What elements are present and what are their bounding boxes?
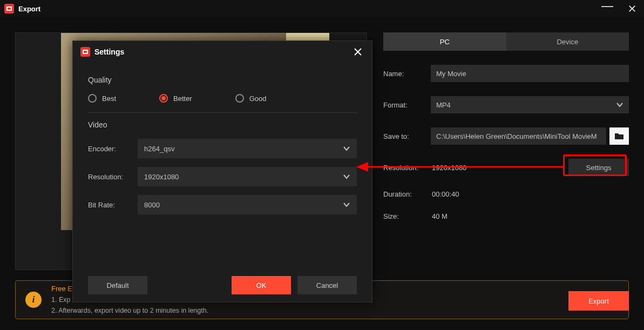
encoder-row: Encoder: h264_qsv	[88, 139, 357, 158]
radio-label: Better	[173, 95, 192, 103]
settings-dialog: Settings Quality Best Better Good Video …	[72, 41, 372, 302]
tab-pc[interactable]: PC	[383, 32, 506, 51]
resolution-value: 1920x1080	[431, 164, 565, 172]
dlg-resolution-row: Resolution: 1920x1080	[88, 167, 357, 186]
size-label: Size:	[383, 212, 431, 220]
format-row: Format: MP4	[383, 96, 629, 113]
quality-radio-better[interactable]: Better	[159, 94, 192, 103]
tab-device[interactable]: Device	[506, 32, 629, 51]
quality-radio-best[interactable]: Best	[88, 94, 116, 103]
svg-rect-1	[8, 8, 11, 10]
radio-icon	[159, 94, 168, 103]
export-panel: PC Device Name: Format: MP4 Save to: Res…	[383, 32, 629, 270]
quality-radio-group: Best Better Good	[88, 94, 357, 103]
dlg-resolution-select[interactable]: 1920x1080	[138, 167, 357, 186]
radio-label: Best	[102, 95, 116, 103]
window-controls: —	[600, 1, 640, 16]
bitrate-label: Bit Rate:	[88, 201, 138, 209]
settings-button[interactable]: Settings	[568, 159, 629, 176]
name-row: Name:	[383, 65, 629, 82]
duration-value: 00:00:40	[431, 190, 629, 198]
saveto-label: Save to:	[383, 132, 431, 140]
format-value: MP4	[436, 101, 451, 109]
app-icon	[4, 4, 14, 14]
chevron-down-icon	[343, 201, 350, 208]
dialog-titlebar-left: Settings	[80, 47, 124, 57]
svg-rect-5	[84, 51, 87, 53]
app-icon	[80, 47, 90, 57]
saveto-input[interactable]	[431, 127, 606, 145]
ok-button[interactable]: OK	[232, 276, 291, 294]
cancel-button[interactable]: Cancel	[297, 276, 357, 294]
bitrate-value: 8000	[144, 201, 160, 209]
encoder-select[interactable]: h264_qsv	[138, 139, 357, 158]
encoder-value: h264_qsv	[144, 145, 174, 153]
close-button[interactable]	[625, 1, 640, 16]
radio-label: Good	[249, 95, 267, 103]
name-input[interactable]	[431, 65, 629, 82]
dialog-footer: Default OK Cancel	[88, 276, 357, 294]
radio-icon	[88, 94, 97, 103]
minimize-button[interactable]: —	[600, 1, 615, 16]
default-button[interactable]: Default	[88, 276, 147, 294]
folder-icon	[614, 132, 624, 140]
browse-folder-button[interactable]	[609, 127, 629, 145]
divider	[88, 112, 357, 113]
bitrate-select[interactable]: 8000	[138, 195, 357, 214]
quality-radio-good[interactable]: Good	[235, 94, 267, 103]
title-bar-left: Export	[4, 4, 40, 14]
format-select[interactable]: MP4	[431, 96, 629, 113]
chevron-down-icon	[343, 173, 350, 180]
name-label: Name:	[383, 70, 431, 78]
dlg-resolution-label: Resolution:	[88, 173, 138, 181]
title-bar: Export —	[0, 0, 644, 17]
encoder-label: Encoder:	[88, 145, 138, 153]
duration-row: Duration: 00:00:40	[383, 190, 629, 198]
banner-line2: 2. Afterwards, export video up to 2 minu…	[51, 305, 208, 316]
resolution-row: Resolution: 1920x1080 Settings	[383, 159, 629, 176]
dialog-close-button[interactable]	[351, 45, 364, 58]
size-value: 40 M	[431, 212, 629, 220]
info-icon: i	[25, 292, 42, 308]
format-label: Format:	[383, 101, 431, 109]
chevron-down-icon	[616, 101, 623, 109]
dialog-title: Settings	[94, 48, 124, 56]
dialog-titlebar: Settings	[73, 41, 372, 63]
duration-label: Duration:	[383, 190, 431, 198]
dialog-body: Quality Best Better Good Video Encoder: …	[73, 63, 372, 214]
saveto-row: Save to:	[383, 127, 629, 145]
resolution-label: Resolution:	[383, 164, 431, 172]
export-button[interactable]: Export	[568, 291, 629, 311]
video-section-title: Video	[88, 120, 357, 129]
bitrate-row: Bit Rate: 8000	[88, 195, 357, 214]
chevron-down-icon	[343, 145, 350, 152]
size-row: Size: 40 M	[383, 212, 629, 220]
export-tabs: PC Device	[383, 32, 629, 51]
dlg-resolution-value: 1920x1080	[144, 173, 179, 181]
quality-section-title: Quality	[88, 76, 357, 84]
window-title: Export	[18, 5, 40, 13]
radio-icon	[235, 94, 244, 103]
